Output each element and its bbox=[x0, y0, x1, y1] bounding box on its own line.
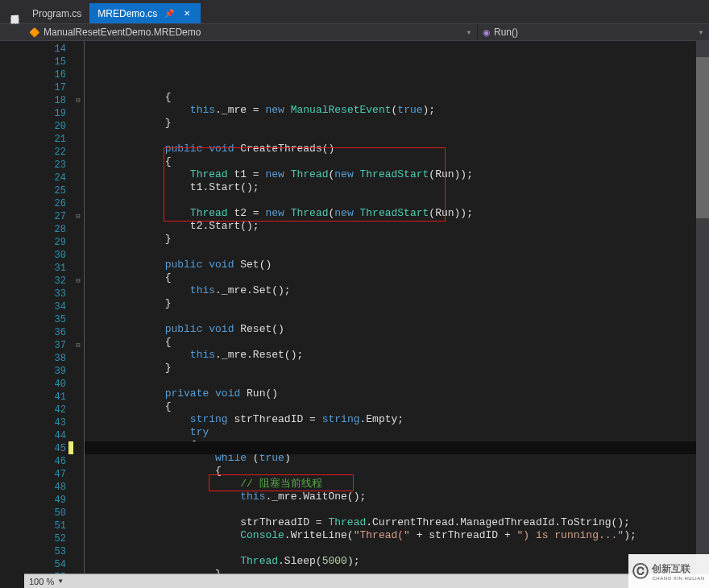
chevron-down-icon: ▼ bbox=[698, 29, 704, 36]
watermark-sub: CHANG XIN HULIAN bbox=[652, 576, 704, 581]
tab-program-cs[interactable]: Program.cs bbox=[24, 3, 89, 23]
watermark-logo: ⓒ bbox=[632, 561, 649, 582]
code-editor[interactable]: 1415161718192021222324252627282930313233… bbox=[24, 41, 709, 574]
toolbox-tab[interactable]: 工具箱 bbox=[0, 6, 1, 10]
scrollbar-thumb[interactable] bbox=[696, 57, 709, 218]
current-line-highlight bbox=[85, 441, 709, 454]
tab-label: Program.cs bbox=[32, 8, 81, 19]
side-toolbox[interactable]: 服务器资源管理器 工具箱 bbox=[0, 3, 21, 13]
tab-mredemo-cs[interactable]: MREDemo.cs 📌 ✕ bbox=[89, 3, 201, 23]
breadcrumb-class-dropdown[interactable]: 🔶 ManualResetEventDemo.MREDemo ▼ bbox=[24, 24, 478, 40]
server-explorer-tab[interactable]: 服务器资源管理器 bbox=[9, 6, 21, 10]
method-icon: ◉ bbox=[483, 27, 491, 38]
breadcrumb-method: Run() bbox=[494, 27, 518, 38]
breadcrumb-method-dropdown[interactable]: ◉ Run() ▼ bbox=[478, 27, 709, 38]
fold-gutter[interactable]: ⊟⊟⊟⊟ bbox=[73, 41, 84, 574]
code-content[interactable]: { this._mre = new ManualResetEvent(true)… bbox=[84, 41, 709, 574]
line-number-gutter: 1415161718192021222324252627282930313233… bbox=[24, 41, 73, 574]
watermark-brand: 创新互联 bbox=[652, 562, 704, 576]
breadcrumb-class: ManualResetEventDemo.MREDemo bbox=[44, 27, 201, 38]
edit-marker bbox=[68, 441, 73, 454]
status-bar: 100 % ▼ bbox=[24, 574, 709, 588]
chevron-down-icon[interactable]: ▼ bbox=[57, 578, 64, 585]
vertical-scrollbar[interactable] bbox=[696, 41, 709, 574]
watermark: ⓒ 创新互联 CHANG XIN HULIAN bbox=[628, 554, 709, 588]
zoom-level[interactable]: 100 % bbox=[29, 577, 54, 586]
document-tabs: Program.cs MREDemo.cs 📌 ✕ bbox=[0, 3, 709, 23]
close-icon[interactable]: ✕ bbox=[181, 8, 193, 19]
pin-icon[interactable]: 📌 bbox=[164, 8, 175, 19]
code-breadcrumb: 🔶 ManualResetEventDemo.MREDemo ▼ ◉ Run()… bbox=[0, 23, 709, 41]
chevron-down-icon: ▼ bbox=[466, 29, 472, 36]
tab-label: MREDemo.cs bbox=[97, 8, 157, 19]
class-icon: 🔶 bbox=[29, 27, 40, 38]
